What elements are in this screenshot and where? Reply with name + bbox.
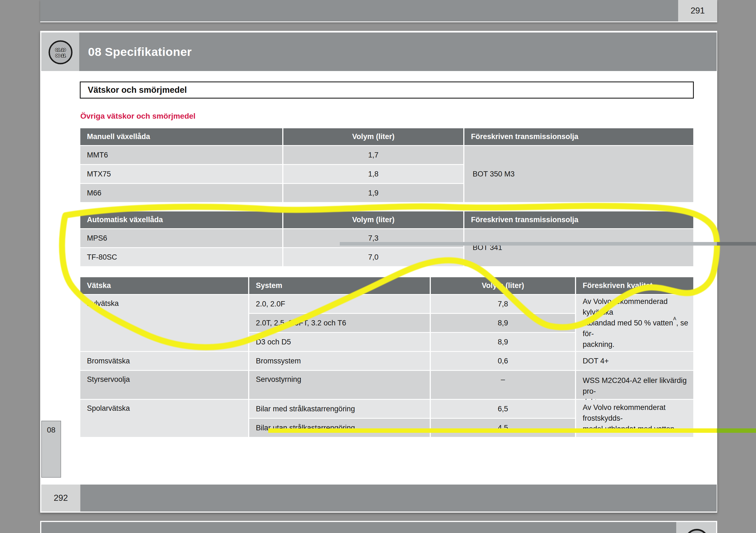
table-cell: 8,9 — [431, 314, 575, 332]
page-number: 292 — [41, 485, 80, 512]
chapter-side-tab: 08 — [41, 421, 61, 478]
table-cell: Bilar utan strålkastarrengöring — [249, 419, 430, 437]
gray-line-annotation-offpage — [717, 242, 756, 245]
fluids-table: Vätska System Volym (liter) Föreskriven … — [80, 277, 693, 437]
table-cell: Bromssystem — [249, 352, 430, 370]
next-page-icon-box — [676, 522, 716, 533]
table-cell: Bromsvätska — [80, 352, 248, 370]
chapter-tab-label: 08 — [47, 426, 55, 477]
table-cell: 0,6 — [431, 352, 575, 370]
table-cell: BOT 350 M3 — [464, 146, 693, 202]
quality-text: medel utblandat med vatten. — [583, 425, 677, 433]
quality-text: utblandad med 50 % vatten — [583, 319, 673, 327]
table-cell: MPS6 — [80, 229, 282, 247]
table-cell: 8,9 — [431, 333, 575, 351]
quality-text: packning. — [583, 340, 615, 349]
table-cell: Styrservoolja — [80, 371, 248, 399]
column-header: Volym (liter) — [284, 211, 463, 228]
table-cell: 2.0T, 2.5, 2.5FT, 3.2 och T6 — [249, 314, 430, 332]
page-title: 08 Specifikationer — [88, 45, 192, 59]
table-cell: Servostyrning — [249, 371, 430, 399]
document-viewer: 291 01 10 00 11 08 Specifikationer Vätsk… — [0, 0, 756, 533]
table-cell: WSS M2C204-A2 eller likvärdig pro- dukt. — [576, 371, 693, 399]
column-header: Manuell växellåda — [80, 128, 282, 145]
manual-page: 01 10 00 11 08 Specifikationer Vätskor o… — [40, 31, 717, 513]
table-cell: MMT6 — [80, 146, 282, 164]
chapter-circle — [49, 41, 72, 64]
table-cell: Spolarvätska — [80, 400, 248, 437]
table-cell: 2.0, 2.0F — [249, 295, 430, 313]
table-cell: 1,8 — [284, 165, 463, 183]
next-chapter-circle — [686, 530, 708, 533]
chapter-code-icon: 01 10 00 11 — [41, 33, 79, 71]
table-cell: DOT 4+ — [576, 352, 693, 370]
table-cell: Kylvätska — [80, 295, 248, 351]
chapter-header-band: 08 Specifikationer — [79, 33, 717, 71]
column-header: System — [249, 277, 430, 294]
chapter-code-line1: 01 10 — [55, 47, 66, 52]
next-page-header-bar — [41, 522, 676, 533]
table-cell: 7,0 — [284, 248, 463, 266]
column-header: Volym (liter) — [431, 277, 575, 294]
prev-page-number: 291 — [678, 0, 717, 21]
table-cell: Av Volvo rekommenderad kylvätska utbland… — [576, 295, 693, 351]
footnote-marker: A — [673, 316, 676, 321]
table-cell: 7,3 — [284, 229, 463, 247]
section-title-box: Vätskor och smörjmedel — [80, 81, 694, 98]
table-cell: BOT 341 — [464, 229, 693, 266]
green-line-annotation-offpage — [717, 428, 756, 433]
column-header: Föreskriven transmissionsolja — [464, 211, 693, 228]
table-cell: 4,5 — [431, 419, 575, 437]
table-cell: – — [431, 371, 575, 399]
table-cell: MTX75 — [80, 165, 282, 183]
table-cell: M66 — [80, 184, 282, 202]
quality-text: WSS M2C204-A2 eller likvärdig pro- — [583, 376, 687, 395]
chapter-code-line2: 00 11 — [56, 53, 66, 58]
column-header: Automatisk växellåda — [80, 211, 282, 228]
table-cell: 6,5 — [431, 400, 575, 418]
next-chapter-code-icon — [676, 522, 716, 533]
quality-text: Av Volvo rekommenderad kylvätska — [583, 297, 668, 316]
subsection-title: Övriga vätskor och smörjmedel — [80, 112, 196, 121]
column-header: Volym (liter) — [284, 128, 463, 145]
automatic-gearbox-table: Automatisk växellåda Volym (liter) Föres… — [80, 211, 693, 266]
table-cell: Av Volvo rekommenderat frostskydds- mede… — [576, 400, 693, 437]
prev-page-footer-band: 291 — [40, 0, 717, 22]
table-cell: 1,9 — [284, 184, 463, 202]
table-cell: Bilar med strålkastarrengöring — [249, 400, 430, 418]
table-cell: D3 och D5 — [249, 333, 430, 351]
page-footer-band: 292 — [40, 485, 717, 512]
column-header: Föreskriven transmissionsolja — [464, 128, 693, 145]
section-title: Vätskor och smörjmedel — [88, 85, 187, 95]
chapter-icon-box: 01 10 00 11 — [41, 33, 79, 71]
page-footer-bar — [80, 485, 717, 512]
manual-gearbox-table: Manuell växellåda Volym (liter) Föreskri… — [80, 128, 693, 202]
column-header: Föreskriven kvalitet — [576, 277, 693, 294]
table-cell: 7,8 — [431, 295, 575, 313]
table-cell: TF-80SC — [80, 248, 282, 266]
column-header: Vätska — [80, 277, 248, 294]
next-page-top-strip — [40, 521, 717, 533]
quality-text: Av Volvo rekommenderat frostskydds- — [583, 403, 665, 422]
prev-page-footer-bar — [40, 0, 678, 21]
table-cell: 1,7 — [284, 146, 463, 164]
